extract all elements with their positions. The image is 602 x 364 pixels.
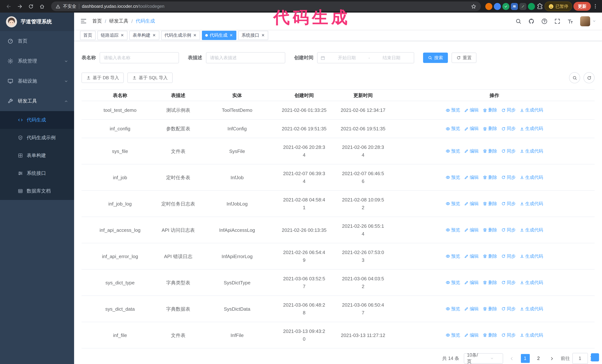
edit-link[interactable]: 编辑 [464, 305, 479, 313]
user-menu[interactable] [580, 16, 596, 26]
sidebar-item-codegen[interactable]: 代码生成 [0, 111, 74, 129]
browser-back-button[interactable] [4, 1, 13, 11]
browser-home-button[interactable] [37, 1, 47, 11]
table-name-input[interactable] [100, 52, 179, 63]
preview-link[interactable]: 预览 [446, 252, 460, 260]
profile-chip[interactable]: 已暂停 [544, 1, 572, 11]
hamburger-icon[interactable] [80, 18, 87, 24]
generate-code-link[interactable]: 生成代码 [520, 106, 543, 114]
generate-code-link[interactable]: 生成代码 [520, 125, 543, 133]
tab-home[interactable]: 首页 [80, 31, 96, 40]
generate-code-link[interactable]: 生成代码 [520, 174, 543, 181]
floating-action-button[interactable] [591, 353, 599, 361]
delete-link[interactable]: 删除 [483, 252, 497, 260]
sync-link[interactable]: 同步 [501, 147, 516, 155]
extension-people-icon[interactable] [511, 3, 518, 10]
preview-link[interactable]: 预览 [446, 226, 460, 234]
edit-link[interactable]: 编辑 [464, 174, 479, 181]
tab-form-builder[interactable]: 表单构建 [129, 31, 159, 40]
breadcrumb-devtools[interactable]: 研发工具 [109, 18, 128, 24]
sidebar-item-home[interactable]: 首页 [0, 31, 74, 51]
delete-link[interactable]: 删除 [483, 200, 497, 208]
delete-link[interactable]: 删除 [483, 174, 497, 181]
delete-link[interactable]: 删除 [483, 125, 497, 133]
sidebar-item-form-builder[interactable]: 表单构建 [0, 147, 74, 164]
edit-link[interactable]: 编辑 [464, 147, 479, 155]
font-size-icon[interactable] [567, 18, 573, 24]
prev-page-button[interactable] [507, 354, 516, 363]
goto-page-input[interactable] [572, 353, 588, 364]
close-icon[interactable] [152, 33, 156, 37]
page-button-1[interactable]: 1 [521, 354, 530, 363]
extension-blue-icon[interactable] [494, 3, 501, 10]
sync-link[interactable]: 同步 [501, 200, 516, 208]
page-button-2[interactable]: 2 [534, 354, 543, 363]
delete-link[interactable]: 删除 [483, 279, 497, 286]
browser-forward-button[interactable] [15, 1, 24, 11]
table-desc-input[interactable] [206, 52, 285, 63]
preview-link[interactable]: 预览 [446, 305, 460, 313]
sidebar-item-devtools[interactable]: 研发工具 [0, 91, 74, 111]
delete-link[interactable]: 删除 [483, 331, 497, 339]
preview-link[interactable]: 预览 [446, 106, 460, 114]
sync-link[interactable]: 同步 [501, 226, 516, 234]
sync-link[interactable]: 同步 [501, 305, 516, 313]
close-icon[interactable] [229, 33, 233, 37]
extensions-puzzle-icon[interactable] [536, 3, 543, 10]
browser-menu-icon[interactable] [592, 3, 598, 9]
generate-code-link[interactable]: 生成代码 [520, 226, 543, 234]
edit-link[interactable]: 编辑 [464, 279, 479, 286]
sidebar-item-infra[interactable]: 基础设施 [0, 71, 74, 91]
next-page-button[interactable] [547, 354, 556, 363]
sync-link[interactable]: 同步 [501, 106, 516, 114]
generate-code-link[interactable]: 生成代码 [520, 200, 543, 208]
tab-codegen[interactable]: 代码生成 [202, 31, 236, 40]
tab-trace[interactable]: 链路追踪 [97, 31, 128, 40]
tab-codegen-example[interactable]: 代码生成示例 [161, 31, 200, 40]
fullscreen-icon[interactable] [554, 18, 560, 24]
generate-code-link[interactable]: 生成代码 [520, 147, 543, 155]
sync-link[interactable]: 同步 [501, 279, 516, 286]
edit-link[interactable]: 编辑 [464, 200, 479, 208]
generate-code-link[interactable]: 生成代码 [520, 252, 543, 260]
tab-system-api[interactable]: 系统接口 [238, 31, 268, 40]
breadcrumb-home[interactable]: 首页 [92, 18, 102, 24]
reset-button[interactable]: 重置 [452, 52, 476, 63]
preview-link[interactable]: 预览 [446, 200, 460, 208]
extension-leaf-icon[interactable] [528, 3, 535, 10]
extension-fox-icon[interactable] [485, 3, 492, 10]
logo[interactable]: 芋道管理系统 [0, 13, 74, 31]
preview-link[interactable]: 预览 [446, 331, 460, 339]
search-button[interactable]: 搜索 [423, 52, 448, 63]
refresh-table-button[interactable] [583, 72, 595, 83]
edit-link[interactable]: 编辑 [464, 226, 479, 234]
edit-link[interactable]: 编辑 [464, 106, 479, 114]
github-icon[interactable] [528, 18, 535, 24]
preview-link[interactable]: 预览 [446, 147, 460, 155]
import-db-button[interactable]: 基于 DB 导入 [82, 73, 124, 83]
preview-link[interactable]: 预览 [446, 125, 460, 133]
address-bar[interactable]: 不安全 dashboard.yudao.iocoder.cn/tool/code… [51, 1, 481, 11]
sidebar-item-system-api[interactable]: 系统接口 [0, 164, 74, 182]
delete-link[interactable]: 删除 [483, 305, 497, 313]
delete-link[interactable]: 删除 [483, 226, 497, 234]
import-sql-button[interactable]: 基于 SQL 导入 [128, 73, 172, 83]
date-range-picker[interactable]: 开始日期 - 结束日期 [317, 52, 414, 63]
sidebar-item-system[interactable]: 系统管理 [0, 51, 74, 71]
close-icon[interactable] [193, 33, 197, 37]
close-icon[interactable] [120, 33, 124, 37]
generate-code-link[interactable]: 生成代码 [520, 331, 543, 339]
toggle-search-button[interactable] [569, 72, 580, 83]
generate-code-link[interactable]: 生成代码 [520, 279, 543, 286]
sync-link[interactable]: 同步 [501, 252, 516, 260]
close-icon[interactable] [261, 33, 265, 37]
update-button[interactable]: 更新 [573, 2, 591, 11]
browser-reload-button[interactable] [26, 1, 36, 11]
edit-link[interactable]: 编辑 [464, 331, 479, 339]
edit-link[interactable]: 编辑 [464, 252, 479, 260]
generate-code-link[interactable]: 生成代码 [520, 305, 543, 313]
help-icon[interactable] [541, 18, 548, 24]
sidebar-item-db-docs[interactable]: 数据库文档 [0, 182, 74, 200]
edit-link[interactable]: 编辑 [464, 125, 479, 133]
sync-link[interactable]: 同步 [501, 125, 516, 133]
